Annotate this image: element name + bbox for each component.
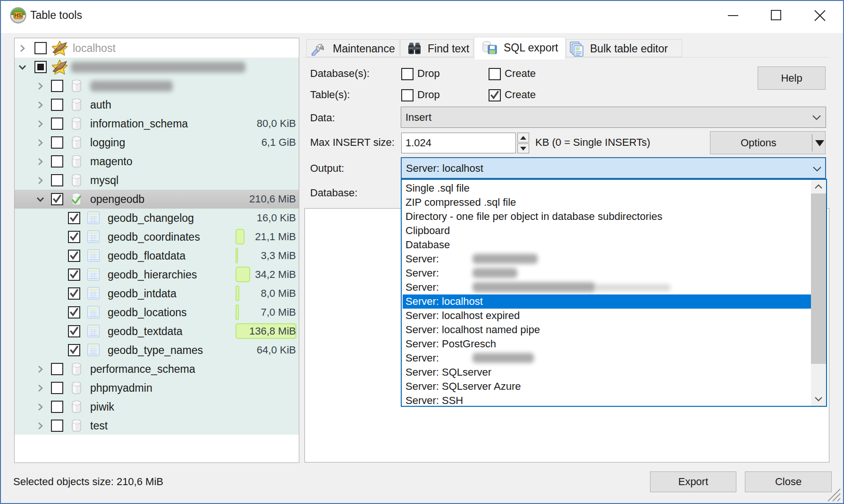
svg-text:HS: HS (14, 12, 22, 19)
